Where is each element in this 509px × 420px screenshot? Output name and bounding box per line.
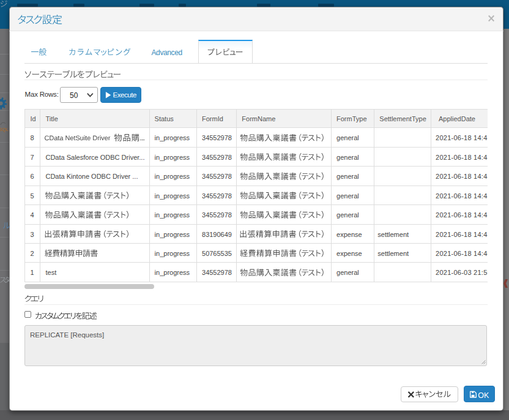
svg-text:SQL: SQL [0, 127, 9, 132]
